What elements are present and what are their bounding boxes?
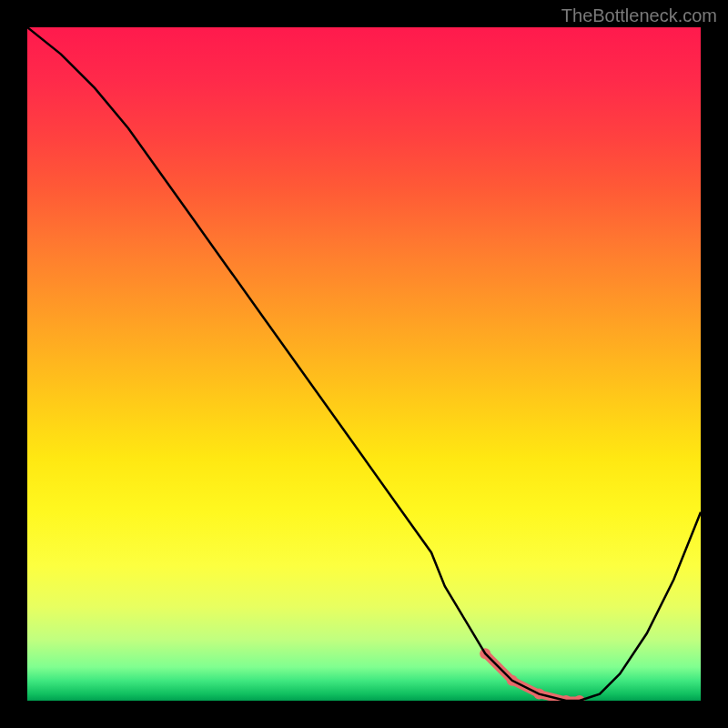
chart-plot-area (27, 27, 701, 701)
watermark-text: TheBottleneck.com (561, 5, 717, 26)
bottleneck-curve-line (27, 27, 701, 701)
chart-svg (27, 27, 701, 701)
basin-highlight-line (485, 653, 580, 701)
